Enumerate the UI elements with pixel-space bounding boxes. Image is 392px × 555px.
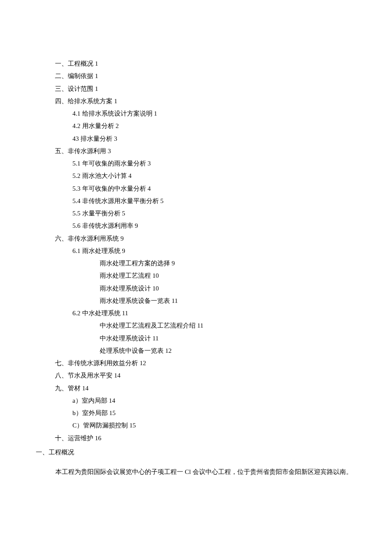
toc-entry: 六、非传水源利用系统 9 xyxy=(55,232,356,245)
toc-entry: a）室内局部 14 xyxy=(72,395,356,407)
toc-entry: 4.1 给排水系统设计方案说明 1 xyxy=(72,108,356,120)
toc-entry: 5.5 水量平衡分析 5 xyxy=(72,207,356,220)
body-paragraph: 本工程为贵阳国际会议展览中心的子项工程一 Cl 会议中心工程，位于贵州省贵阳市金… xyxy=(43,465,356,478)
table-of-contents: 一、工程概况 1 二、编制依据 1 三、设计范围 1 四、给排水系统方案 1 4… xyxy=(36,58,356,445)
toc-entry: 5.6 非传统水源利用率 9 xyxy=(72,220,356,232)
toc-entry: 4.2 用水量分析 2 xyxy=(72,120,356,132)
toc-entry: 43 排水量分析 3 xyxy=(72,133,356,145)
toc-entry: 5.1 年可收集的雨水量分析 3 xyxy=(72,157,356,170)
toc-entry: 雨水处理系统设计 10 xyxy=(100,282,356,295)
toc-entry: b）室外局部 15 xyxy=(72,407,356,419)
toc-entry: 6.1 雨水处理系统 9 xyxy=(72,245,356,257)
toc-entry: C）管网防漏损控制 15 xyxy=(72,419,356,432)
toc-entry: 九、管材 14 xyxy=(55,382,356,395)
toc-entry: 中水处理工艺流程及工艺流程介绍 11 xyxy=(100,320,356,332)
toc-entry: 三、设计范围 1 xyxy=(55,83,356,95)
toc-entry: 处理系统中设备一览表 12 xyxy=(100,345,356,357)
section-heading: 一、工程概况 xyxy=(36,446,356,459)
toc-entry: 八、节水及用水平安 14 xyxy=(55,369,356,382)
toc-entry: 十、运营维护 16 xyxy=(55,432,356,445)
toc-entry: 雨水处理系统设备一览表 11 xyxy=(100,295,356,307)
toc-entry: 二、编制依据 1 xyxy=(55,70,356,82)
toc-entry: 七、非传统水源利用效益分析 12 xyxy=(55,357,356,369)
toc-entry: 6.2 中水处理系统 11 xyxy=(72,307,356,320)
toc-entry: 一、工程概况 1 xyxy=(55,58,356,70)
toc-entry: 雨水处理工程方案的选择 9 xyxy=(100,257,356,270)
toc-entry: 中水处理系统设计 11 xyxy=(100,332,356,345)
toc-entry: 5.3 年可收集的中水量分析 4 xyxy=(72,183,356,195)
toc-entry: 5.2 雨水池大小计算 4 xyxy=(72,170,356,182)
toc-entry: 四、给排水系统方案 1 xyxy=(55,95,356,108)
toc-entry: 雨水处理工艺流程 10 xyxy=(100,270,356,282)
toc-entry: 5.4 非传统水源用水量平衡分析 5 xyxy=(72,195,356,207)
toc-entry: 五、非传水源利用 3 xyxy=(55,145,356,157)
